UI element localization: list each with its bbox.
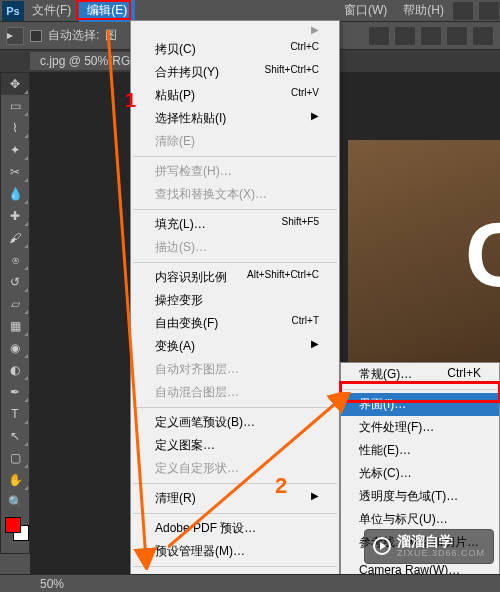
align-btn-3[interactable] — [420, 26, 442, 46]
menu-item[interactable]: 内容识别比例Alt+Shift+Ctrl+C — [131, 266, 339, 289]
menu-item[interactable]: 填充(L)…Shift+F5 — [131, 213, 339, 236]
menu-separator — [133, 209, 337, 210]
auto-select-checkbox[interactable] — [30, 30, 42, 42]
menu-item[interactable]: 粘贴(P)Ctrl+V — [131, 84, 339, 107]
menu-help[interactable]: 帮助(H) — [395, 0, 452, 22]
edit-menu-dropdown: 1 ▶拷贝(C)Ctrl+C合并拷贝(Y)Shift+Ctrl+C粘贴(P)Ct… — [130, 20, 340, 592]
menu-item[interactable]: 操控变形 — [131, 289, 339, 312]
ps-logo: Ps — [2, 1, 24, 21]
menu-item: 自动混合图层… — [131, 381, 339, 404]
watermark: 溜溜自学 ZIXUE.3D66.COM — [364, 529, 494, 564]
statusbar: 50% — [0, 574, 500, 592]
menu-window[interactable]: 窗口(W) — [336, 0, 395, 22]
tool-zoom[interactable]: 🔍 — [1, 491, 29, 513]
submenu-item-label: 文件处理(F)… — [359, 419, 434, 436]
submenu-item[interactable]: 光标(C)… — [341, 462, 499, 485]
watermark-title: 溜溜自学 — [397, 534, 485, 549]
menu-item-label: 操控变形 — [155, 292, 203, 309]
menu-item-shortcut: Ctrl+V — [291, 87, 319, 104]
menu-item[interactable]: 变换(A)▶ — [131, 335, 339, 358]
align-btn-1[interactable] — [368, 26, 390, 46]
tool-heal[interactable]: ✚ — [1, 205, 29, 227]
submenu-item[interactable]: 透明度与色域(T)… — [341, 485, 499, 508]
tool-marquee[interactable]: ▭ — [1, 95, 29, 117]
menu-item: 查找和替换文本(X)… — [131, 183, 339, 206]
menu-item-label: 变换(A) — [155, 338, 195, 355]
zoom-level[interactable]: 50% — [40, 577, 64, 591]
workspace-btn-1[interactable] — [452, 1, 474, 21]
menu-separator — [133, 156, 337, 157]
menu-item-label: 合并拷贝(Y) — [155, 64, 219, 81]
tool-blur[interactable]: ◉ — [1, 337, 29, 359]
menu-item[interactable]: 拷贝(C)Ctrl+C — [131, 38, 339, 61]
menu-item[interactable]: 清理(R)▶ — [131, 487, 339, 510]
tool-hand[interactable]: ✋ — [1, 469, 29, 491]
tool-gradient[interactable]: ▦ — [1, 315, 29, 337]
tool-shape[interactable]: ▢ — [1, 447, 29, 469]
menu-item-label: 定义自定形状… — [155, 460, 239, 477]
submenu-item[interactable]: 界面(I)… — [341, 393, 499, 416]
menu-item-label: 填充(L)… — [155, 216, 206, 233]
tool-dodge[interactable]: ◐ — [1, 359, 29, 381]
menu-file[interactable]: 文件(F) — [24, 0, 79, 22]
align-btn-4[interactable] — [446, 26, 468, 46]
watermark-url: ZIXUE.3D66.COM — [397, 549, 485, 559]
tool-stamp[interactable]: ⍟ — [1, 249, 29, 271]
menu-edit[interactable]: 编辑(E) — [79, 0, 135, 22]
tool-history-brush[interactable]: ↺ — [1, 271, 29, 293]
tool-eyedropper[interactable]: 💧 — [1, 183, 29, 205]
menu-item-shortcut: Shift+Ctrl+C — [265, 64, 319, 81]
menu-item-label: 清理(R) — [155, 490, 196, 507]
document-canvas[interactable]: C — [348, 140, 500, 370]
menu-item-label: 拷贝(C) — [155, 41, 196, 58]
auto-select-dropdown[interactable]: 图 — [105, 27, 117, 44]
menu-item-label: 预设管理器(M)… — [155, 543, 245, 560]
tool-brush[interactable]: 🖌 — [1, 227, 29, 249]
tool-lasso[interactable]: ⌇ — [1, 117, 29, 139]
tool-pen[interactable]: ✒ — [1, 381, 29, 403]
workspace-btn-2[interactable] — [478, 1, 500, 21]
tool-path-select[interactable]: ↖ — [1, 425, 29, 447]
submenu-item-label: 性能(E)… — [359, 442, 411, 459]
tool-crop[interactable]: ✂ — [1, 161, 29, 183]
annotation-number-1: 1 — [125, 89, 136, 112]
menu-item-label: 粘贴(P) — [155, 87, 195, 104]
menu-item-label: 定义图案… — [155, 437, 215, 454]
menu-item[interactable]: 选择性粘贴(I)▶ — [131, 107, 339, 130]
menu-item[interactable]: 自由变换(F)Ctrl+T — [131, 312, 339, 335]
tool-eraser[interactable]: ▱ — [1, 293, 29, 315]
menu-item-shortcut: ▶ — [311, 24, 319, 35]
submenu-item[interactable]: 单位与标尺(U)… — [341, 508, 499, 531]
tool-move[interactable]: ✥ — [1, 73, 29, 95]
foreground-swatch[interactable] — [5, 517, 21, 533]
submenu-item[interactable]: 常规(G)…Ctrl+K — [341, 363, 499, 386]
tool-type[interactable]: T — [1, 403, 29, 425]
menu-item-label: 定义画笔预设(B)… — [155, 414, 255, 431]
submenu-item-label: 界面(I)… — [359, 396, 406, 413]
menu-item[interactable]: 定义图案… — [131, 434, 339, 457]
menu-item-label: 选择性粘贴(I) — [155, 110, 226, 127]
menu-item[interactable]: 定义画笔预设(B)… — [131, 411, 339, 434]
menu-item-shortcut: ▶ — [311, 110, 319, 127]
menu-item-label: 自动对齐图层… — [155, 361, 239, 378]
menu-separator — [133, 262, 337, 263]
submenu-item[interactable]: 文件处理(F)… — [341, 416, 499, 439]
menu-separator — [133, 483, 337, 484]
menu-item[interactable]: 合并拷贝(Y)Shift+Ctrl+C — [131, 61, 339, 84]
menubar: Ps 文件(F) 编辑(E) 窗口(W) 帮助(H) — [0, 0, 500, 22]
submenu-item[interactable]: 性能(E)… — [341, 439, 499, 462]
color-swatches[interactable] — [1, 513, 29, 553]
align-btn-2[interactable] — [394, 26, 416, 46]
align-btn-5[interactable] — [472, 26, 494, 46]
play-icon — [373, 537, 391, 555]
tool-wand[interactable]: ✦ — [1, 139, 29, 161]
menu-item: 拼写检查(H)… — [131, 160, 339, 183]
menu-item-label: 拼写检查(H)… — [155, 163, 232, 180]
current-tool-icon[interactable]: ▸ — [6, 27, 24, 45]
menu-item[interactable]: Adobe PDF 预设… — [131, 517, 339, 540]
auto-select-label: 自动选择: — [48, 27, 99, 44]
menu-item[interactable]: 预设管理器(M)… — [131, 540, 339, 563]
menu-item: 描边(S)… — [131, 236, 339, 259]
submenu-item-label: 常规(G)… — [359, 366, 412, 383]
menu-item-shortcut: ▶ — [311, 490, 319, 507]
